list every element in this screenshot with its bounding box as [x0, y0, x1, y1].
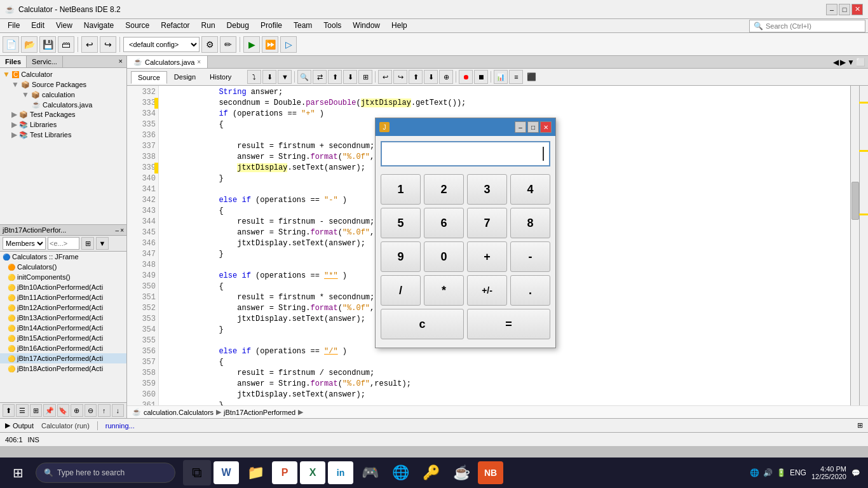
taskbar-app-nb[interactable]: NB: [478, 461, 503, 484]
calc-btn-dot[interactable]: .: [510, 275, 550, 306]
members-filter-btn[interactable]: ▼: [96, 237, 109, 250]
calc-btn-plusminus[interactable]: +/-: [467, 275, 507, 306]
menu-tools[interactable]: Tools: [318, 20, 346, 31]
calc-btn-5[interactable]: 5: [381, 208, 421, 238]
volume-icon[interactable]: 🔊: [763, 468, 773, 477]
lb-btn7[interactable]: ⊖: [85, 404, 97, 417]
src-btn-7[interactable]: ⬇: [343, 70, 357, 84]
members-btn11-item[interactable]: 🟡 jBtn11ActionPerformed(Acti: [0, 292, 126, 302]
lb-btn1[interactable]: ⬆: [3, 404, 15, 417]
tab-services[interactable]: Servic...: [27, 56, 63, 67]
scrollbar-thumb[interactable]: [851, 182, 859, 220]
calc-btn-multiply[interactable]: *: [424, 275, 464, 306]
members-close-btn[interactable]: ×: [120, 227, 124, 234]
expand-editor-btn[interactable]: ⬜: [856, 58, 865, 67]
toolbar-btn-1[interactable]: ⚙: [201, 36, 218, 53]
calc-btn-clear[interactable]: c: [381, 309, 464, 339]
undo-button[interactable]: ↩: [81, 36, 98, 53]
src-btn-14[interactable]: 📊: [494, 70, 508, 84]
battery-icon[interactable]: 🔋: [776, 468, 786, 477]
taskbar-app-excel[interactable]: X: [300, 461, 325, 484]
breadcrumb-method[interactable]: jBtn17ActionPerformed: [224, 409, 295, 416]
next-tab-btn[interactable]: ▶: [840, 58, 846, 67]
src-btn-9[interactable]: ↩: [378, 70, 392, 84]
breadcrumb-class[interactable]: calculation.Calculators: [144, 409, 214, 416]
minimize-button[interactable]: –: [826, 4, 837, 15]
tree-calculation[interactable]: ▼ 📦 calculation: [1, 90, 125, 100]
src-btn-stop[interactable]: ⏹: [474, 70, 488, 84]
lb-btn9[interactable]: ↓: [112, 404, 124, 417]
calc-btn-6[interactable]: 6: [424, 208, 464, 238]
tree-test-packages[interactable]: ▶ 📦 Test Packages: [1, 109, 125, 119]
lb-btn2[interactable]: ☰: [16, 404, 28, 417]
menu-edit[interactable]: Edit: [26, 20, 50, 31]
calc-btn-7[interactable]: 7: [467, 208, 507, 238]
src-btn-3[interactable]: ▼: [278, 70, 292, 84]
src-btn-15[interactable]: ≡: [509, 70, 523, 84]
members-constructor-item[interactable]: 🟠 Calculators(): [0, 262, 126, 272]
calc-btn-plus[interactable]: +: [467, 241, 507, 272]
save-all-button[interactable]: 🗃: [58, 36, 74, 53]
network-icon[interactable]: 🌐: [750, 468, 759, 477]
lb-btn6[interactable]: ⊕: [71, 404, 83, 417]
tree-libraries[interactable]: ▶ 📚 Libraries: [1, 119, 125, 130]
menu-refactor[interactable]: Refactor: [156, 20, 194, 31]
menu-view[interactable]: View: [51, 20, 78, 31]
tab-files[interactable]: Files: [0, 56, 27, 67]
taskbar-app-game[interactable]: 🎮: [356, 460, 384, 485]
maximize-button[interactable]: □: [839, 4, 850, 15]
new-file-button[interactable]: 📄: [3, 36, 19, 53]
menu-run[interactable]: Run: [196, 20, 220, 31]
taskbar-search[interactable]: 🔍 Type here to search: [36, 463, 175, 483]
taskbar-app-java[interactable]: ☕: [447, 460, 475, 485]
calc-close-btn[interactable]: ✕: [540, 121, 552, 133]
calc-btn-1[interactable]: 1: [381, 174, 421, 205]
panel-close-btn[interactable]: ×: [115, 56, 126, 67]
members-btn14-item[interactable]: 🟡 jBtn14ActionPerformed(Acti: [0, 323, 126, 333]
lb-btn3[interactable]: ⊞: [30, 404, 42, 417]
calc-btn-3[interactable]: 3: [467, 174, 507, 205]
editor-tab-close[interactable]: ×: [197, 58, 201, 65]
tree-root-calculator[interactable]: ▼ C Calculator: [1, 69, 125, 79]
src-btn-8[interactable]: ⊞: [358, 70, 372, 84]
menu-source[interactable]: Source: [120, 20, 154, 31]
members-btn13-item[interactable]: 🟡 jBtn13ActionPerformed(Acti: [0, 313, 126, 323]
calc-btn-2[interactable]: 2: [424, 174, 464, 205]
menu-team[interactable]: Team: [288, 20, 317, 31]
tab-history[interactable]: History: [203, 71, 238, 83]
tree-test-libraries[interactable]: ▶ 📚 Test Libraries: [1, 130, 125, 140]
search-input[interactable]: [766, 22, 861, 30]
taskbar-app-browser[interactable]: 🌐: [386, 460, 414, 485]
calc-btn-0[interactable]: 0: [424, 241, 464, 272]
prev-tab-btn[interactable]: ◀: [833, 58, 839, 67]
members-class-item[interactable]: 🔵 Calculators :: JFrame: [0, 252, 126, 262]
members-btn15-item[interactable]: 🟡 jBtn15ActionPerformed(Acti: [0, 333, 126, 343]
taskbar-app-files[interactable]: 📁: [241, 460, 269, 485]
menu-window[interactable]: Window: [348, 20, 385, 31]
menu-navigate[interactable]: Navigate: [79, 20, 119, 31]
notification-btn[interactable]: 💬: [851, 469, 860, 477]
taskbar-app-task[interactable]: ⧉: [183, 460, 211, 485]
calc-btn-minus[interactable]: -: [510, 241, 550, 272]
redo-button[interactable]: ↪: [100, 36, 116, 53]
tree-calculators-java[interactable]: ☕ Calculators.java: [1, 100, 125, 109]
lb-btn5[interactable]: 🔖: [57, 404, 69, 417]
taskbar-app-key[interactable]: 🔑: [417, 460, 445, 485]
tree-source-packages[interactable]: ▼ 📦 Source Packages: [1, 79, 125, 90]
toolbar-btn-2[interactable]: ✏: [220, 36, 236, 53]
src-btn-5[interactable]: ⇄: [313, 70, 327, 84]
start-button[interactable]: ⊞: [3, 460, 33, 485]
menu-debug[interactable]: Debug: [222, 20, 254, 31]
calc-btn-divide[interactable]: /: [381, 275, 421, 306]
vertical-scrollbar[interactable]: [850, 86, 859, 405]
run-profile-button[interactable]: ▷: [280, 36, 297, 53]
time-display[interactable]: 4:40 PM 12/25/2020: [811, 465, 846, 480]
members-btn17-item[interactable]: 🟡 jBtn17ActionPerformed(Acti: [0, 353, 126, 363]
src-btn-12[interactable]: ⬇: [424, 70, 438, 84]
members-search-input[interactable]: [48, 237, 79, 250]
calc-btn-equals[interactable]: =: [467, 309, 550, 339]
members-btn18-item[interactable]: 🟡 jBtn18ActionPerformed(Acti: [0, 363, 126, 374]
taskbar-app-linkedin[interactable]: in: [328, 461, 353, 484]
members-btn16-item[interactable]: 🟡 jBtn16ActionPerformed(Acti: [0, 343, 126, 353]
save-button[interactable]: 💾: [39, 36, 56, 53]
